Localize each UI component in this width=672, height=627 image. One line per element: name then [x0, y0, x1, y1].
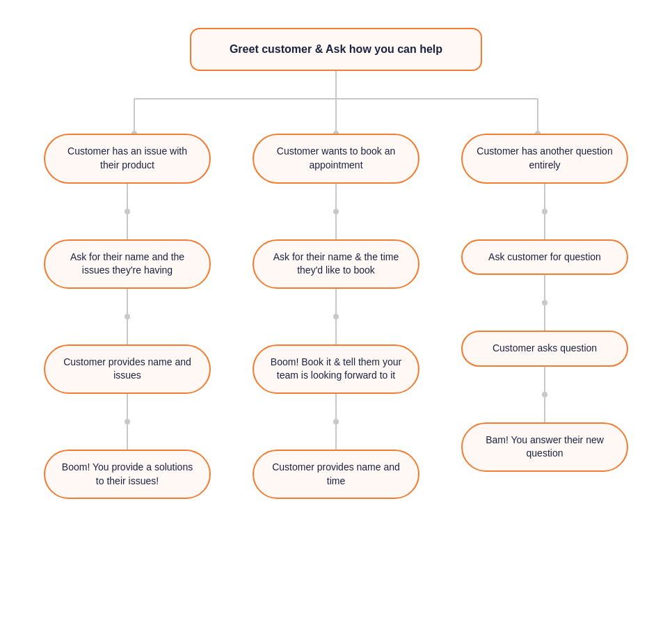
branch-connector: [51, 71, 621, 134]
vline-r3: [542, 367, 547, 422]
node-r3[interactable]: Customer asks question: [461, 331, 628, 367]
node-c3[interactable]: Boom! Book it & tell them your team is l…: [253, 344, 419, 394]
vline-l1: [125, 184, 130, 239]
vline-c3: [333, 394, 339, 450]
col-left: Customer has an issue with their product…: [23, 134, 232, 499]
vline-l3: [125, 394, 130, 450]
root-node[interactable]: Greet customer & Ask how you can help: [190, 28, 482, 71]
vline-c1: [333, 184, 339, 239]
node-l2[interactable]: Ask for their name and the issues they'r…: [44, 239, 211, 289]
flowchart: Greet customer & Ask how you can help Cu…: [0, 0, 672, 527]
vline-r2: [542, 275, 547, 331]
vline-c2: [333, 289, 339, 344]
node-c4[interactable]: Customer provides name and time: [253, 450, 419, 499]
vline-r1: [542, 184, 547, 239]
node-r1[interactable]: Customer has another question entirely: [461, 134, 628, 183]
node-r2[interactable]: Ask customer for question: [461, 239, 628, 276]
columns-row: Customer has an issue with their product…: [23, 134, 649, 499]
node-c2[interactable]: Ask for their name & the time they'd lik…: [253, 239, 419, 289]
node-c1[interactable]: Customer wants to book an appointment: [253, 134, 419, 183]
col-right: Customer has another question entirely A…: [440, 134, 649, 499]
node-l1[interactable]: Customer has an issue with their product: [44, 134, 211, 183]
col-center: Customer wants to book an appointment As…: [232, 134, 440, 499]
node-l4[interactable]: Boom! You provide a solutions to their i…: [44, 450, 211, 499]
node-l3[interactable]: Customer provides name and issues: [44, 344, 211, 394]
vline-l2: [125, 289, 130, 344]
node-r4[interactable]: Bam! You answer their new question: [461, 422, 628, 472]
